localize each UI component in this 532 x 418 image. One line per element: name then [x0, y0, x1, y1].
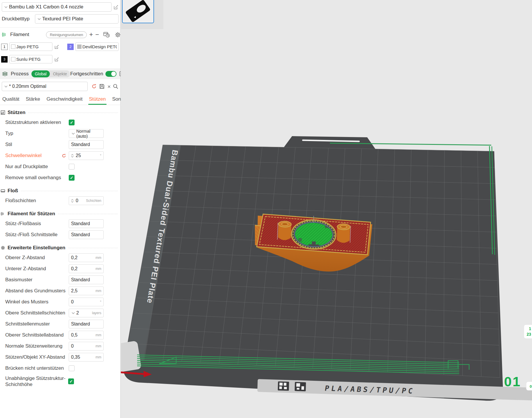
setting-label: Winkel des Musters — [5, 299, 69, 305]
spinner-arrows[interactable] — [71, 154, 74, 158]
bed-type-select[interactable]: Textured PEI Plate — [35, 14, 119, 24]
support-interface-filament-select[interactable]: Standard — [69, 230, 104, 239]
filament-indicator-chip-bottom[interactable]: 0 — [526, 382, 532, 390]
setting-label: Unterer Z-Abstand — [5, 266, 69, 272]
dont-support-bridges-checkbox[interactable] — [69, 365, 75, 371]
filament-swatch-3 — [11, 57, 15, 61]
gear-icon[interactable] — [115, 32, 121, 38]
add-filament-button[interactable]: + — [89, 31, 93, 38]
model-post-right — [337, 224, 351, 243]
support-style-input[interactable]: Standard — [69, 140, 104, 149]
section-raft: Floß — [1, 187, 118, 195]
plate-thumbnail-selected[interactable] — [122, 0, 154, 23]
filament-name-3: Sunlu PETG — [16, 57, 40, 62]
advanced-mode-label: Fortgeschritten — [70, 71, 103, 77]
setting-value: 0,2 — [71, 266, 77, 271]
remove-filament-button[interactable]: − — [95, 31, 99, 38]
filament-header: Filament Reinigungsvolumen + − — [2, 31, 118, 38]
reset-preset-icon[interactable] — [91, 83, 97, 89]
tab-stuetzen[interactable]: Stützen — [89, 96, 106, 105]
filament-slot-3[interactable]: 3 Sunlu PETG — [1, 55, 59, 63]
setting-unit: mm — [94, 256, 101, 260]
normal-support-expansion-input[interactable]: 0 mm — [69, 342, 104, 351]
viewport-3d[interactable]: Bambu Dual-Sided Textured PEI Plate PLA/… — [121, 0, 532, 418]
enable-support-checkbox[interactable] — [69, 120, 75, 125]
top-z-distance-input[interactable]: 0,2 mm — [69, 253, 104, 262]
toggle-knob — [111, 72, 116, 76]
filament-slot-1[interactable]: 1 Jayo PETG — [1, 42, 59, 51]
filament-box-1[interactable]: Jayo PETG — [9, 42, 52, 51]
support-base-filament-select[interactable]: Standard — [69, 219, 104, 228]
buildplate-only-checkbox[interactable] — [69, 164, 75, 170]
divider — [0, 27, 120, 28]
setting-label: Floßschichten — [5, 198, 69, 204]
setting-label: Unabhängige Stützstruktur-Schichthöhe — [5, 375, 68, 388]
chip-top-line2: 23 — [526, 332, 531, 337]
filament-name-2: DevilDesign PETG — [82, 44, 117, 49]
bed-type-value: Textured PEI Plate — [42, 16, 83, 22]
chevron-down-icon — [4, 86, 8, 88]
process-scope-toggle[interactable]: Global Objekte — [31, 70, 70, 77]
filament-swatch-2 — [77, 45, 82, 49]
base-pattern-select[interactable]: Standard — [69, 275, 104, 284]
cleaning-volumes-button[interactable]: Reinigungsvolumen — [46, 31, 87, 38]
top-interface-layers-select[interactable]: 2 layers — [69, 309, 104, 317]
raft-layers-spinner[interactable]: 0 Schichten — [69, 196, 104, 205]
setting-unit: ° — [99, 154, 101, 158]
setting-row: Winkel des Musters 0 ° — [0, 296, 120, 307]
interface-pattern-select[interactable]: Standard — [69, 320, 104, 328]
build-plate-scene[interactable]: Bambu Dual-Sided Textured PEI Plate PLA/… — [121, 0, 532, 418]
tab-qualitaet[interactable]: Qualität — [2, 96, 20, 105]
chevron-down-icon — [72, 133, 75, 135]
filament-indicator-chip-top[interactable]: 1 23 — [524, 325, 532, 339]
setting-row: Stütz-/Floßbasis Standard — [0, 218, 120, 229]
setting-label: Typ — [5, 130, 69, 136]
save-preset-icon[interactable] — [99, 83, 105, 89]
setting-value: 2,5 — [71, 288, 77, 294]
process-title: Prozess — [11, 71, 29, 77]
filament-sync-icon[interactable] — [103, 31, 110, 38]
filament-swatch-1 — [11, 45, 15, 49]
filament-box-3[interactable]: Sunlu PETG — [9, 55, 52, 63]
spinner-arrows[interactable] — [71, 199, 74, 203]
base-pattern-spacing-input[interactable]: 2,5 mm — [69, 287, 104, 295]
setting-value: 0 — [71, 344, 74, 349]
plate-number-label: 01 — [504, 374, 521, 389]
support-type-select[interactable]: Normal (auto) — [69, 129, 104, 138]
independent-support-layer-height-checkbox[interactable] — [68, 378, 74, 384]
setting-value: 0 — [76, 198, 78, 203]
bed-type-label: Druckbetttyp — [2, 16, 35, 22]
advanced-section-title: Erweiterte Einstellungen — [8, 245, 65, 251]
edit-filament-1-icon[interactable] — [54, 45, 59, 49]
close-icon[interactable]: × — [107, 84, 111, 89]
scope-objects[interactable]: Objekte — [50, 70, 70, 77]
filament-row-2: 3 Sunlu PETG — [1, 55, 120, 63]
setting-value: 0,5 — [71, 332, 77, 338]
threshold-angle-spinner[interactable]: 25 ° — [69, 151, 104, 160]
edit-printer-icon[interactable] — [114, 5, 119, 10]
bottom-z-distance-input[interactable]: 0,2 mm — [69, 264, 104, 273]
top-interface-spacing-input[interactable]: 0,5 mm — [69, 331, 104, 339]
setting-label: Schnittstellenmuster — [5, 321, 69, 327]
advanced-mode-toggle[interactable] — [105, 71, 116, 77]
undo-value-icon[interactable] — [61, 153, 66, 158]
pattern-angle-input[interactable]: 0 ° — [69, 298, 104, 306]
support-object-xy-distance-input[interactable]: 0,35 mm — [69, 353, 104, 362]
chevron-down-icon — [72, 312, 75, 314]
printer-select[interactable]: Bambu Lab X1 Carbon 0.4 nozzle — [2, 2, 112, 12]
remove-small-overhangs-checkbox[interactable] — [69, 175, 75, 181]
setting-value: 0,35 — [71, 355, 80, 360]
setting-unit: mm — [94, 289, 101, 293]
preset-select[interactable]: * 0.20mm Optimal — [2, 82, 88, 91]
search-icon[interactable] — [113, 83, 119, 89]
tab-geschwindigkeit[interactable]: Geschwindigkeit — [47, 96, 83, 105]
filament-slot-2[interactable]: 2 DevilDesign PETG — [67, 42, 125, 51]
setting-row: Basismuster Standard — [0, 274, 120, 285]
plate-qr-glyph-1 — [278, 381, 289, 391]
process-tabs: Qualität Stärke Geschwindigkeit Stützen … — [0, 95, 120, 105]
scope-global[interactable]: Global — [31, 70, 50, 77]
edit-filament-3-icon[interactable] — [54, 57, 59, 62]
setting-unit: layers — [91, 311, 101, 315]
filament-box-2[interactable]: DevilDesign PETG — [75, 42, 119, 51]
tab-staerke[interactable]: Stärke — [26, 96, 40, 105]
